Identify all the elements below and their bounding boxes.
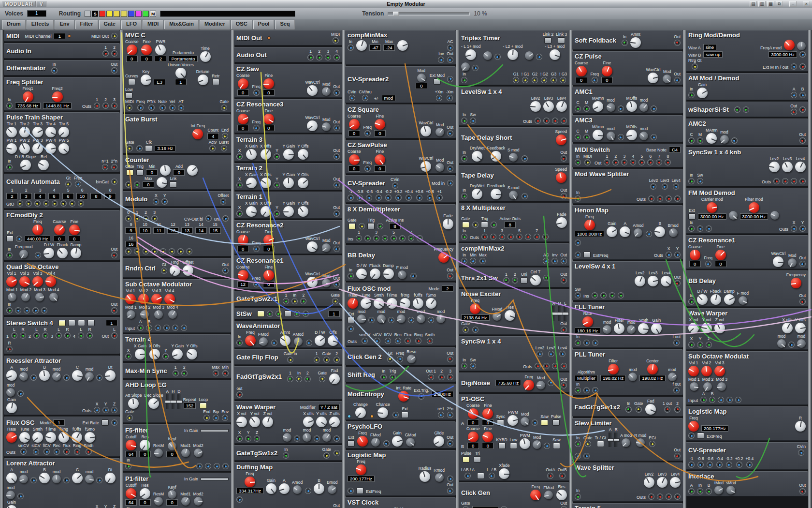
trig-jack[interactable] xyxy=(390,374,396,380)
in-jack[interactable] xyxy=(622,40,628,46)
blue-jack[interactable] xyxy=(472,327,478,333)
out-jack[interactable] xyxy=(111,307,117,314)
yellow-jack[interactable] xyxy=(125,181,131,188)
mod1-knob[interactable] xyxy=(181,448,190,457)
red-jack[interactable] xyxy=(666,493,672,500)
pw-4-knob[interactable] xyxy=(45,143,56,154)
vol-4-knob[interactable] xyxy=(45,276,56,287)
red-jack[interactable] xyxy=(799,63,806,70)
in-jack[interactable] xyxy=(348,45,354,51)
red-jack[interactable] xyxy=(535,363,541,369)
fine-knob[interactable] xyxy=(482,408,493,419)
mod-3-knob[interactable] xyxy=(154,310,163,319)
0-8-jack[interactable] xyxy=(427,194,433,201)
blue-jack[interactable] xyxy=(30,374,37,381)
1-out-jack[interactable] xyxy=(664,406,670,413)
in-jack[interactable] xyxy=(461,258,467,264)
cvin-jack[interactable] xyxy=(349,95,355,101)
gate-jack[interactable] xyxy=(319,376,325,382)
blue-jack[interactable] xyxy=(688,433,695,439)
yellow-jack[interactable] xyxy=(78,200,84,207)
blue-jack[interactable] xyxy=(348,326,354,332)
gate-jack[interactable] xyxy=(221,105,227,111)
x-vol-knob[interactable] xyxy=(688,323,699,333)
res-knob[interactable] xyxy=(140,440,150,450)
moffs-knob[interactable] xyxy=(626,101,637,112)
3-jack[interactable] xyxy=(151,215,158,222)
yellow-jack[interactable] xyxy=(60,200,67,207)
yellow-jack[interactable] xyxy=(151,248,158,254)
wavctrl-knob[interactable] xyxy=(420,126,431,136)
freq-knob[interactable] xyxy=(688,421,699,432)
a-mod-knob[interactable] xyxy=(622,438,630,447)
at-jack[interactable] xyxy=(178,105,184,111)
h-slider[interactable] xyxy=(558,306,561,321)
saw-button[interactable] xyxy=(553,443,560,449)
green-jack[interactable] xyxy=(734,106,740,113)
red-jack[interactable] xyxy=(648,493,654,500)
7-jack[interactable] xyxy=(656,159,662,165)
freq-display[interactable]: 440.00 Hz xyxy=(25,236,50,242)
lev2-knob[interactable] xyxy=(769,162,780,172)
blue-jack[interactable] xyxy=(214,463,220,469)
offset-knob[interactable] xyxy=(183,265,193,276)
fine-display[interactable]: 0 xyxy=(482,419,493,426)
gate-jack[interactable] xyxy=(463,327,469,333)
blue-jack[interactable] xyxy=(447,476,453,482)
ptrk-jack[interactable] xyxy=(148,105,155,111)
keyf-display[interactable]: 0 xyxy=(166,499,178,506)
red-jack[interactable] xyxy=(543,363,550,369)
in-jack[interactable] xyxy=(6,252,13,258)
mamn-knob[interactable] xyxy=(593,130,603,140)
red-jack[interactable] xyxy=(666,195,672,202)
in-jack[interactable] xyxy=(688,178,695,184)
blue-jack[interactable] xyxy=(651,134,657,140)
cutoff-knob[interactable] xyxy=(126,488,136,499)
freq-jack[interactable] xyxy=(253,246,260,252)
blue-jack[interactable] xyxy=(16,236,22,242)
filter-display[interactable]: 198.02 Hz xyxy=(600,375,626,381)
blue-jack[interactable] xyxy=(544,443,550,449)
toggle-button[interactable] xyxy=(284,311,291,317)
frequency-knob[interactable] xyxy=(791,278,801,288)
amnt-knob[interactable] xyxy=(280,335,290,346)
1-jack[interactable] xyxy=(134,215,140,222)
tab-seq[interactable]: Seq xyxy=(275,20,294,30)
out-jack[interactable] xyxy=(111,252,117,258)
y-jack[interactable] xyxy=(799,225,806,232)
toggle-button[interactable] xyxy=(68,320,75,326)
blue-jack[interactable] xyxy=(735,397,741,403)
knob-knob[interactable] xyxy=(797,42,806,50)
g1-jack[interactable] xyxy=(522,77,528,83)
0-2-jack[interactable] xyxy=(736,462,742,468)
0-6-jack[interactable] xyxy=(707,462,713,468)
coarse-knob[interactable] xyxy=(349,119,360,130)
red-jack[interactable] xyxy=(674,195,681,202)
blue-jack[interactable] xyxy=(222,463,229,469)
green-jack[interactable] xyxy=(399,235,406,241)
pwm-knob[interactable] xyxy=(520,438,530,449)
lev3-knob[interactable] xyxy=(657,477,667,488)
red-jack[interactable] xyxy=(657,195,663,202)
yellow-jack[interactable] xyxy=(125,248,131,254)
x-gain-knob[interactable] xyxy=(246,149,257,160)
l-jack[interactable] xyxy=(11,332,17,339)
vol-1-knob[interactable] xyxy=(688,366,699,376)
in-jack[interactable] xyxy=(236,340,243,346)
burst-jack[interactable] xyxy=(221,145,227,151)
knob-knob[interactable] xyxy=(483,51,492,60)
gate-button[interactable] xyxy=(462,222,469,228)
m-jack[interactable] xyxy=(583,134,590,140)
lev3-knob[interactable] xyxy=(648,276,658,286)
blue-jack[interactable] xyxy=(583,340,590,346)
3-jack[interactable] xyxy=(499,234,505,240)
tab-osc[interactable]: OSC xyxy=(231,20,252,30)
in-jack[interactable] xyxy=(283,452,289,459)
cvthru-jack[interactable] xyxy=(362,95,368,101)
1-display[interactable]: 2 xyxy=(6,193,18,199)
out-jack[interactable] xyxy=(674,453,681,459)
coarse-display[interactable]: 0 xyxy=(126,56,138,62)
blue-jack[interactable] xyxy=(172,325,178,331)
blue-jack[interactable] xyxy=(111,419,117,426)
dt-knob[interactable] xyxy=(105,473,116,483)
